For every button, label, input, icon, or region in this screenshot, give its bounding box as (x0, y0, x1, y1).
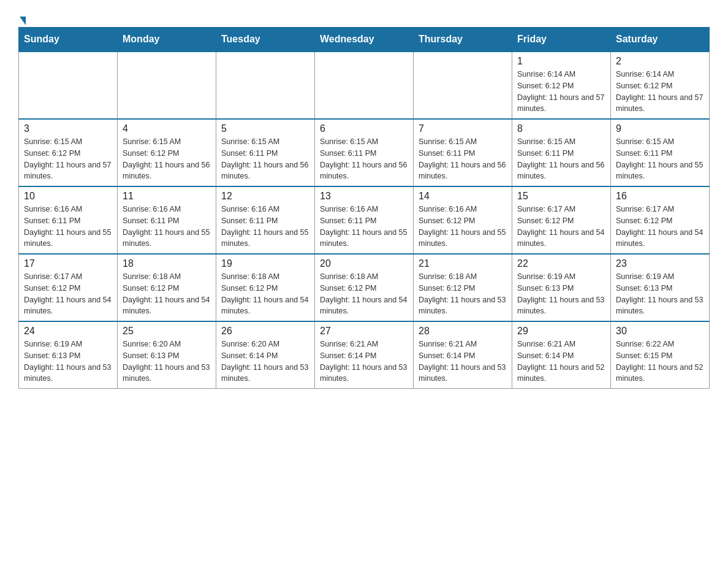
day-info: Sunrise: 6:19 AM Sunset: 6:13 PM Dayligh… (616, 271, 704, 317)
weekday-header-row: SundayMondayTuesdayWednesdayThursdayFrid… (19, 28, 710, 52)
calendar-cell: 9Sunrise: 6:15 AM Sunset: 6:11 PM Daylig… (611, 119, 710, 186)
day-info: Sunrise: 6:21 AM Sunset: 6:14 PM Dayligh… (517, 339, 605, 385)
day-info: Sunrise: 6:16 AM Sunset: 6:12 PM Dayligh… (419, 204, 507, 250)
weekday-header-wednesday: Wednesday (315, 28, 414, 52)
calendar-cell: 18Sunrise: 6:18 AM Sunset: 6:12 PM Dayli… (118, 254, 216, 321)
day-info: Sunrise: 6:15 AM Sunset: 6:11 PM Dayligh… (320, 136, 408, 182)
day-info: Sunrise: 6:16 AM Sunset: 6:11 PM Dayligh… (320, 204, 408, 250)
calendar-week-5: 24Sunrise: 6:19 AM Sunset: 6:13 PM Dayli… (19, 321, 710, 389)
calendar-cell (19, 52, 118, 119)
day-info: Sunrise: 6:17 AM Sunset: 6:12 PM Dayligh… (616, 204, 704, 250)
day-info: Sunrise: 6:18 AM Sunset: 6:12 PM Dayligh… (123, 271, 211, 317)
calendar-cell: 6Sunrise: 6:15 AM Sunset: 6:11 PM Daylig… (315, 119, 414, 186)
day-info: Sunrise: 6:18 AM Sunset: 6:12 PM Dayligh… (221, 271, 309, 317)
day-info: Sunrise: 6:16 AM Sunset: 6:11 PM Dayligh… (123, 204, 211, 250)
weekday-header-sunday: Sunday (19, 28, 118, 52)
day-number: 22 (517, 258, 605, 269)
day-info: Sunrise: 6:18 AM Sunset: 6:12 PM Dayligh… (320, 271, 408, 317)
calendar-cell: 28Sunrise: 6:21 AM Sunset: 6:14 PM Dayli… (414, 321, 512, 389)
weekday-header-thursday: Thursday (414, 28, 512, 52)
day-info: Sunrise: 6:15 AM Sunset: 6:11 PM Dayligh… (517, 136, 605, 182)
calendar-cell (216, 52, 315, 119)
calendar-cell: 30Sunrise: 6:22 AM Sunset: 6:15 PM Dayli… (611, 321, 710, 389)
day-number: 6 (320, 123, 408, 134)
calendar-week-1: 1Sunrise: 6:14 AM Sunset: 6:12 PM Daylig… (19, 52, 710, 119)
day-number: 24 (24, 326, 112, 337)
day-number: 5 (221, 123, 309, 134)
calendar-cell (414, 52, 512, 119)
calendar-cell: 13Sunrise: 6:16 AM Sunset: 6:11 PM Dayli… (315, 186, 414, 254)
day-number: 9 (616, 123, 704, 134)
calendar-cell: 16Sunrise: 6:17 AM Sunset: 6:12 PM Dayli… (611, 186, 710, 254)
day-info: Sunrise: 6:14 AM Sunset: 6:12 PM Dayligh… (517, 69, 605, 115)
calendar-cell: 15Sunrise: 6:17 AM Sunset: 6:12 PM Dayli… (512, 186, 611, 254)
day-info: Sunrise: 6:15 AM Sunset: 6:11 PM Dayligh… (419, 136, 507, 182)
calendar-cell (315, 52, 414, 119)
day-number: 10 (24, 191, 112, 202)
day-number: 2 (616, 56, 704, 67)
calendar-cell: 11Sunrise: 6:16 AM Sunset: 6:11 PM Dayli… (118, 186, 216, 254)
day-info: Sunrise: 6:20 AM Sunset: 6:13 PM Dayligh… (123, 339, 211, 385)
calendar-cell: 20Sunrise: 6:18 AM Sunset: 6:12 PM Dayli… (315, 254, 414, 321)
day-number: 14 (419, 191, 507, 202)
calendar-cell: 23Sunrise: 6:19 AM Sunset: 6:13 PM Dayli… (611, 254, 710, 321)
calendar-cell: 24Sunrise: 6:19 AM Sunset: 6:13 PM Dayli… (19, 321, 118, 389)
day-number: 1 (517, 56, 605, 67)
day-number: 7 (419, 123, 507, 134)
day-info: Sunrise: 6:19 AM Sunset: 6:13 PM Dayligh… (517, 271, 605, 317)
day-number: 27 (320, 326, 408, 337)
day-info: Sunrise: 6:14 AM Sunset: 6:12 PM Dayligh… (616, 69, 704, 115)
calendar-cell: 14Sunrise: 6:16 AM Sunset: 6:12 PM Dayli… (414, 186, 512, 254)
day-number: 8 (517, 123, 605, 134)
calendar-cell: 3Sunrise: 6:15 AM Sunset: 6:12 PM Daylig… (19, 119, 118, 186)
day-number: 17 (24, 258, 112, 269)
weekday-header-friday: Friday (512, 28, 611, 52)
day-info: Sunrise: 6:15 AM Sunset: 6:12 PM Dayligh… (24, 136, 112, 182)
day-number: 12 (221, 191, 309, 202)
day-number: 29 (517, 326, 605, 337)
day-number: 30 (616, 326, 704, 337)
day-info: Sunrise: 6:15 AM Sunset: 6:12 PM Dayligh… (123, 136, 211, 182)
calendar-cell: 1Sunrise: 6:14 AM Sunset: 6:12 PM Daylig… (512, 52, 611, 119)
weekday-header-monday: Monday (118, 28, 216, 52)
day-info: Sunrise: 6:15 AM Sunset: 6:11 PM Dayligh… (616, 136, 704, 182)
logo (18, 12, 26, 21)
day-number: 16 (616, 191, 704, 202)
logo-arrow-icon (20, 17, 26, 25)
calendar-cell: 8Sunrise: 6:15 AM Sunset: 6:11 PM Daylig… (512, 119, 611, 186)
calendar-cell: 2Sunrise: 6:14 AM Sunset: 6:12 PM Daylig… (611, 52, 710, 119)
calendar-cell (118, 52, 216, 119)
calendar-cell: 17Sunrise: 6:17 AM Sunset: 6:12 PM Dayli… (19, 254, 118, 321)
weekday-header-tuesday: Tuesday (216, 28, 315, 52)
day-number: 23 (616, 258, 704, 269)
calendar-week-2: 3Sunrise: 6:15 AM Sunset: 6:12 PM Daylig… (19, 119, 710, 186)
calendar-cell: 27Sunrise: 6:21 AM Sunset: 6:14 PM Dayli… (315, 321, 414, 389)
day-info: Sunrise: 6:21 AM Sunset: 6:14 PM Dayligh… (419, 339, 507, 385)
page-header (18, 12, 710, 21)
calendar-cell: 22Sunrise: 6:19 AM Sunset: 6:13 PM Dayli… (512, 254, 611, 321)
calendar-cell: 12Sunrise: 6:16 AM Sunset: 6:11 PM Dayli… (216, 186, 315, 254)
day-number: 4 (123, 123, 211, 134)
calendar-cell: 4Sunrise: 6:15 AM Sunset: 6:12 PM Daylig… (118, 119, 216, 186)
weekday-header-saturday: Saturday (611, 28, 710, 52)
calendar-cell: 29Sunrise: 6:21 AM Sunset: 6:14 PM Dayli… (512, 321, 611, 389)
day-info: Sunrise: 6:19 AM Sunset: 6:13 PM Dayligh… (24, 339, 112, 385)
day-info: Sunrise: 6:22 AM Sunset: 6:15 PM Dayligh… (616, 339, 704, 385)
day-info: Sunrise: 6:17 AM Sunset: 6:12 PM Dayligh… (24, 271, 112, 317)
calendar-cell: 10Sunrise: 6:16 AM Sunset: 6:11 PM Dayli… (19, 186, 118, 254)
day-info: Sunrise: 6:21 AM Sunset: 6:14 PM Dayligh… (320, 339, 408, 385)
day-number: 3 (24, 123, 112, 134)
day-number: 18 (123, 258, 211, 269)
day-info: Sunrise: 6:18 AM Sunset: 6:12 PM Dayligh… (419, 271, 507, 317)
calendar-week-4: 17Sunrise: 6:17 AM Sunset: 6:12 PM Dayli… (19, 254, 710, 321)
calendar-week-3: 10Sunrise: 6:16 AM Sunset: 6:11 PM Dayli… (19, 186, 710, 254)
day-number: 11 (123, 191, 211, 202)
day-info: Sunrise: 6:16 AM Sunset: 6:11 PM Dayligh… (24, 204, 112, 250)
day-number: 26 (221, 326, 309, 337)
day-info: Sunrise: 6:16 AM Sunset: 6:11 PM Dayligh… (221, 204, 309, 250)
calendar-cell: 7Sunrise: 6:15 AM Sunset: 6:11 PM Daylig… (414, 119, 512, 186)
day-info: Sunrise: 6:15 AM Sunset: 6:11 PM Dayligh… (221, 136, 309, 182)
calendar-cell: 25Sunrise: 6:20 AM Sunset: 6:13 PM Dayli… (118, 321, 216, 389)
day-number: 21 (419, 258, 507, 269)
day-info: Sunrise: 6:20 AM Sunset: 6:14 PM Dayligh… (221, 339, 309, 385)
